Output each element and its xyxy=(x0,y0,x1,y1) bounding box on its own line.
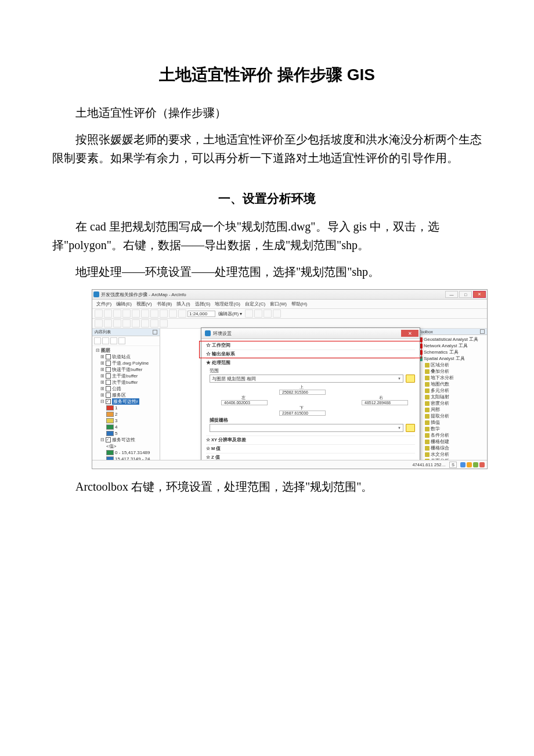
toolbox-item[interactable]: 栅格综合 xyxy=(431,445,449,451)
expand-icon[interactable]: ⊞ xyxy=(100,360,104,366)
menu-geoprocessing[interactable]: 地理处理(G) xyxy=(213,300,242,308)
copy-button[interactable] xyxy=(141,309,149,318)
section-xy-tolerance[interactable]: ☆ XY 分辨率及容差 xyxy=(206,437,415,444)
toc-list-by-source[interactable] xyxy=(102,337,109,344)
expand-icon[interactable]: ⊞ xyxy=(100,379,104,386)
redo-button[interactable] xyxy=(169,309,177,318)
select-button[interactable] xyxy=(141,319,149,327)
section-workspace[interactable]: ☆ 工作空间 xyxy=(206,342,415,349)
layer-checkbox[interactable] xyxy=(106,380,111,385)
menu-help[interactable]: 帮助(H) xyxy=(290,300,309,308)
layer-checkbox[interactable] xyxy=(106,386,111,391)
editor-dropdown[interactable]: 编辑器(R) ▾ xyxy=(217,311,244,317)
expand-icon[interactable]: ⊞ xyxy=(100,373,104,379)
menu-file[interactable]: 文件(F) xyxy=(95,300,113,308)
toolbox-item[interactable]: Spatial Analyst 工具 xyxy=(424,355,465,362)
toolbar-btn-b[interactable] xyxy=(254,309,262,318)
full-extent-button[interactable] xyxy=(122,319,131,327)
map-scale-combo[interactable]: 1:24,000 xyxy=(187,311,215,317)
ime-indicator[interactable]: S xyxy=(449,462,457,468)
menu-view[interactable]: 视图(V) xyxy=(135,300,154,308)
extent-bottom-value[interactable]: 22687.615030 xyxy=(279,411,326,416)
undo-button[interactable] xyxy=(160,309,168,318)
layer-checkbox[interactable] xyxy=(106,399,111,404)
arctoolbox-pin-icon[interactable] xyxy=(480,329,485,334)
print-button[interactable] xyxy=(122,309,131,318)
toolbox-item[interactable]: 密度分析 xyxy=(431,400,449,406)
toolbox-item[interactable]: 插值 xyxy=(431,419,440,426)
layer-checkbox[interactable] xyxy=(106,361,111,366)
expand-icon[interactable]: ⊞ xyxy=(100,354,104,360)
toolbox-item[interactable]: 栅格创建 xyxy=(431,438,449,445)
layer-item[interactable]: 道路3 xyxy=(112,469,124,469)
layer-item[interactable]: 公路 xyxy=(112,386,121,392)
cut-button[interactable] xyxy=(132,309,140,318)
window-maximize-button[interactable]: □ xyxy=(459,291,472,298)
toolbox-item[interactable]: 多元分析 xyxy=(431,387,449,394)
layer-item[interactable]: 干道.dwg Polyline xyxy=(112,360,149,366)
toolbox-item[interactable]: 条件分析 xyxy=(431,432,449,438)
extent-left-value[interactable]: 46406.002003 xyxy=(221,400,268,405)
layer-checkbox[interactable] xyxy=(106,437,111,442)
expand-icon[interactable]: ⊞ xyxy=(100,386,104,392)
toolbox-item[interactable]: 区域分析 xyxy=(431,362,449,368)
expand-icon[interactable]: ⊟ xyxy=(100,398,104,405)
layer-checkbox[interactable] xyxy=(106,367,111,372)
expand-icon[interactable]: ⊟ xyxy=(96,347,100,354)
menu-selection[interactable]: 选择(S) xyxy=(193,300,212,308)
layer-item[interactable]: 服务可达性 xyxy=(112,437,135,443)
extent-top-value[interactable]: 25082.915366 xyxy=(279,390,326,395)
toc-pin-icon[interactable] xyxy=(153,330,157,334)
zoom-in-button[interactable] xyxy=(95,319,103,327)
layer-item[interactable]: 服务区 xyxy=(112,392,126,398)
toolbox-item[interactable]: 叠加分析 xyxy=(431,368,449,375)
window-minimize-button[interactable]: — xyxy=(445,291,458,298)
status-icon[interactable] xyxy=(467,462,472,467)
extent-right-value[interactable]: 48512.289488 xyxy=(362,400,408,405)
toolbox-item[interactable]: 局部 xyxy=(431,406,440,413)
toolbox-item[interactable]: Network Analyst 工具 xyxy=(424,343,468,349)
status-icon[interactable] xyxy=(460,462,466,467)
layer-checkbox[interactable] xyxy=(106,354,111,359)
zoom-out-button[interactable] xyxy=(104,319,112,327)
menu-customize[interactable]: 自定义(C) xyxy=(243,300,267,308)
section-m-value[interactable]: ☆ M 值 xyxy=(206,445,415,452)
identify-button[interactable] xyxy=(132,319,140,327)
menu-window[interactable]: 窗口(W) xyxy=(268,300,288,308)
toolbar-btn-d[interactable] xyxy=(273,309,281,318)
toolbox-item[interactable]: Geostatistical Analyst 工具 xyxy=(424,336,478,343)
new-button[interactable] xyxy=(95,309,103,318)
menu-edit[interactable]: 编辑(E) xyxy=(114,300,134,308)
toc-list-by-selection[interactable] xyxy=(118,337,125,344)
pan-button[interactable] xyxy=(113,319,121,327)
extent-combo[interactable]: 与图层 规划范围 相同 ▼ xyxy=(210,375,403,383)
map-canvas[interactable]: 环境设置 ✕ ☆ 工作空间 ☆ 输出坐标系 ★ 处理范围 范围 xyxy=(160,329,394,469)
layer-item[interactable]: 服务可达性r xyxy=(112,398,139,405)
layer-item[interactable]: 次干道buffer xyxy=(112,379,138,386)
toolbox-item[interactable]: Schematics 工具 xyxy=(424,349,459,355)
toolbox-item[interactable]: 太阳辐射 xyxy=(431,394,449,400)
toolbar-btn-a[interactable] xyxy=(245,309,253,318)
snap-raster-combo[interactable]: ▼ xyxy=(210,424,403,432)
measure-button[interactable] xyxy=(150,319,158,327)
window-close-button[interactable]: ✕ xyxy=(473,291,486,298)
toolbox-item[interactable]: 提取分析 xyxy=(431,413,449,419)
browse-folder-button[interactable] xyxy=(406,375,415,383)
status-icon[interactable] xyxy=(473,462,478,467)
layer-item[interactable]: 轨道站点 xyxy=(112,354,131,360)
add-data-button[interactable] xyxy=(178,309,186,318)
save-button[interactable] xyxy=(113,309,121,318)
toc-list-by-drawing[interactable] xyxy=(94,337,101,344)
menu-insert[interactable]: 插入(I) xyxy=(175,300,192,308)
paste-button[interactable] xyxy=(150,309,158,318)
dialog-close-button[interactable]: ✕ xyxy=(401,330,418,337)
menu-bookmarks[interactable]: 书签(B) xyxy=(155,300,174,308)
section-output-crs[interactable]: ☆ 输出坐标系 xyxy=(206,351,415,358)
layers-root[interactable]: 图层 xyxy=(101,347,110,354)
layer-item[interactable]: 主干道buffer xyxy=(112,373,138,379)
browse-folder-button[interactable] xyxy=(406,424,415,432)
expand-icon[interactable]: ⊞ xyxy=(100,392,104,398)
toc-list-by-visibility[interactable] xyxy=(110,337,117,344)
toolbox-item[interactable]: 地下水分析 xyxy=(431,375,454,381)
status-icon[interactable] xyxy=(479,462,485,467)
